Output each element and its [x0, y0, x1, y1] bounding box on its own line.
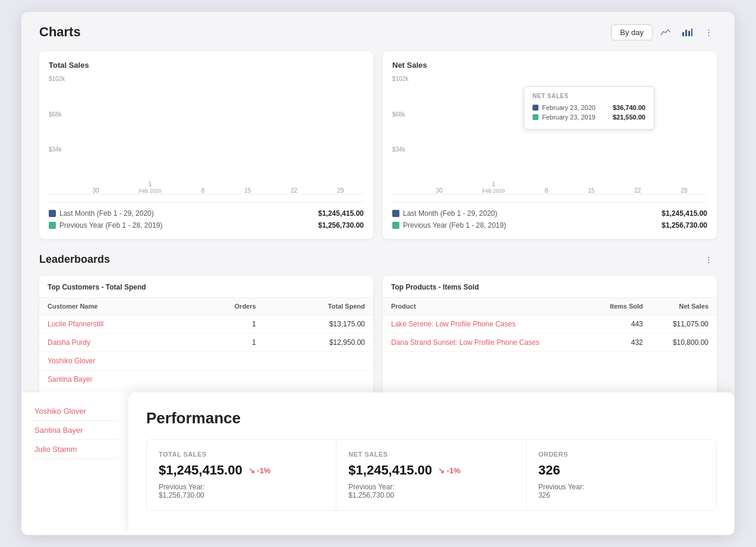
page-title: Charts	[39, 24, 81, 40]
top-customers-card: Top Customers - Total Spend Customer Nam…	[39, 276, 373, 407]
tooltip-row-2: February 23, 2019 $21,550.00	[533, 114, 645, 121]
tooltip-dot-green	[533, 114, 538, 120]
total-sales-title: Total Sales	[49, 61, 364, 70]
product-name-link[interactable]: Lake Serene: Low Profile Phone Cases	[383, 315, 589, 334]
left-panel-item-julio[interactable]: Julio Stamm	[31, 440, 119, 459]
net-sales-tooltip: NET SALES February 23, 2020 $36,740.00 F…	[524, 86, 654, 130]
perf-change: ↘ -1%	[248, 466, 271, 475]
top-customers-title: Top Customers - Total Spend	[39, 276, 373, 298]
svg-rect-2	[688, 31, 690, 36]
spend-value: $13,175.00	[264, 315, 373, 334]
customer-name-link[interactable]: Lucile Pfannerstill	[39, 315, 187, 334]
tooltip-row-1: February 23, 2020 $36,740.00	[533, 104, 645, 111]
leaderboards-row: Top Customers - Total Spend Customer Nam…	[39, 276, 717, 407]
legend-row-2: Previous Year (Feb 1 - 28, 2019) $1,256,…	[49, 221, 364, 230]
col-customer-name: Customer Name	[39, 298, 187, 315]
perf-value-row: $1,245,415.00 ↘ -1%	[348, 463, 514, 478]
more-options-icon[interactable]: ⋮	[700, 24, 717, 40]
perf-label: TOTAL SALES	[159, 451, 324, 458]
spend-value	[264, 370, 373, 389]
perf-prev: Previous Year:326	[538, 483, 704, 499]
header-controls: By day ⋮	[611, 24, 717, 40]
performance-card: ORDERS 326 Previous Year:326	[527, 440, 716, 510]
performance-cards: TOTAL SALES $1,245,415.00 ↘ -1% Previous…	[146, 439, 717, 511]
leaderboards-header: Leaderboards ⋮	[39, 251, 717, 268]
leaderboards-title: Leaderboards	[39, 253, 110, 266]
left-panel-item-santina[interactable]: Santina Bayer	[31, 421, 119, 440]
table-row: Santina Bayer	[39, 370, 373, 389]
perf-value-row: $1,245,415.00 ↘ -1%	[159, 463, 324, 478]
by-day-button[interactable]: By day	[611, 24, 653, 40]
table-row: Yoshiko Glover	[39, 352, 373, 370]
col-total-spend: Total Spend	[264, 298, 373, 315]
orders-value	[187, 352, 264, 370]
performance-card: NET SALES $1,245,415.00 ↘ -1% Previous Y…	[336, 440, 526, 510]
col-orders: Orders	[187, 298, 264, 315]
perf-value: $1,245,415.00	[348, 463, 432, 478]
total-sales-chart: Total Sales $102k $68k $34k 30 1Feb 2020…	[39, 51, 373, 239]
perf-value: 326	[538, 463, 560, 478]
perf-prev: Previous Year:$1,256,730.00	[348, 483, 514, 499]
spend-value	[264, 352, 373, 370]
charts-row: Total Sales $102k $68k $34k 30 1Feb 2020…	[39, 51, 717, 239]
table-row: Daisha Purdy 1 $12,950.00	[39, 334, 373, 352]
net-sales-legend: Last Month (Feb 1 - 29, 2020) $1,245,415…	[392, 202, 707, 230]
legend-row-1: Last Month (Feb 1 - 29, 2020) $1,245,415…	[49, 209, 364, 218]
main-container: Charts By day ⋮ Total Sales	[21, 12, 735, 535]
left-panel-item-yoshiko[interactable]: Yoshiko Glover	[31, 402, 119, 421]
col-items-sold: Items Sold	[589, 298, 651, 315]
top-products-table: Product Items Sold Net Sales Lake Serene…	[383, 298, 717, 352]
spend-value: $12,950.00	[264, 334, 373, 352]
legend-dot-blue	[49, 210, 56, 217]
total-sales-chart-area: $102k $68k $34k 30 1Feb 2020 8 15 22 29	[49, 76, 364, 194]
net-sales-value: $10,800.00	[651, 334, 717, 352]
performance-card: TOTAL SALES $1,245,415.00 ↘ -1% Previous…	[147, 440, 336, 510]
perf-label: NET SALES	[348, 451, 514, 458]
customer-name-link[interactable]: Santina Bayer	[39, 370, 187, 389]
net-legend-dot-green	[392, 222, 399, 229]
orders-value: 1	[187, 315, 264, 334]
total-sales-legend: Last Month (Feb 1 - 29, 2020) $1,245,415…	[49, 202, 364, 230]
customer-name-link[interactable]: Yoshiko Glover	[39, 352, 187, 370]
perf-label: ORDERS	[538, 451, 704, 458]
svg-rect-0	[682, 32, 684, 36]
net-sales-value: $11,075.00	[651, 315, 717, 334]
net-sales-chart-area: $102k $68k $34k NET SALES February 23, 2…	[392, 76, 707, 194]
top-products-card: Top Products - Items Sold Product Items …	[383, 276, 717, 407]
table-row: Lucile Pfannerstill 1 $13,175.00	[39, 315, 373, 334]
leaderboards-more-icon[interactable]: ⋮	[700, 251, 717, 268]
performance-title: Performance	[146, 409, 717, 427]
total-sales-x-labels: 30 1Feb 2020 8 15 22 29	[73, 182, 364, 194]
net-legend-dot-blue	[392, 210, 399, 217]
col-net-sales: Net Sales	[651, 298, 717, 315]
header: Charts By day ⋮	[39, 24, 717, 40]
svg-rect-3	[691, 29, 692, 36]
perf-value: $1,245,415.00	[159, 463, 242, 478]
items-sold-value: 443	[589, 315, 651, 334]
perf-prev: Previous Year:$1,256,730.00	[159, 483, 324, 499]
line-chart-icon[interactable]	[657, 24, 674, 40]
net-legend-row-1: Last Month (Feb 1 - 29, 2020) $1,245,415…	[392, 209, 707, 218]
orders-value	[187, 370, 264, 389]
legend-dot-green	[49, 222, 56, 229]
bar-chart-icon[interactable]	[679, 24, 695, 40]
orders-value: 1	[187, 334, 264, 352]
svg-rect-1	[685, 30, 687, 36]
perf-change: ↘ -1%	[438, 466, 461, 475]
performance-overlay: Performance TOTAL SALES $1,245,415.00 ↘ …	[128, 392, 735, 535]
total-sales-bars	[73, 76, 364, 182]
perf-value-row: 326	[538, 463, 704, 478]
net-sales-y-labels: $102k $68k $34k	[392, 76, 415, 182]
customer-name-link[interactable]: Daisha Purdy	[39, 334, 187, 352]
net-sales-chart: Net Sales $102k $68k $34k NET SALES Febr…	[383, 51, 717, 239]
total-sales-y-labels: $102k $68k $34k	[49, 76, 71, 182]
top-products-title: Top Products - Items Sold	[383, 276, 717, 298]
left-panel: Yoshiko Glover Santina Bayer Julio Stamm	[21, 392, 128, 535]
tooltip-dot-blue	[533, 105, 538, 111]
items-sold-value: 432	[589, 334, 651, 352]
table-row: Dana Strand Sunset: Low Profile Phone Ca…	[383, 334, 717, 352]
product-name-link[interactable]: Dana Strand Sunset: Low Profile Phone Ca…	[383, 334, 589, 352]
net-sales-title: Net Sales	[392, 61, 707, 70]
col-product: Product	[383, 298, 589, 315]
net-sales-x-labels: 30 1Feb 2020 8 15 22 29	[416, 182, 707, 194]
